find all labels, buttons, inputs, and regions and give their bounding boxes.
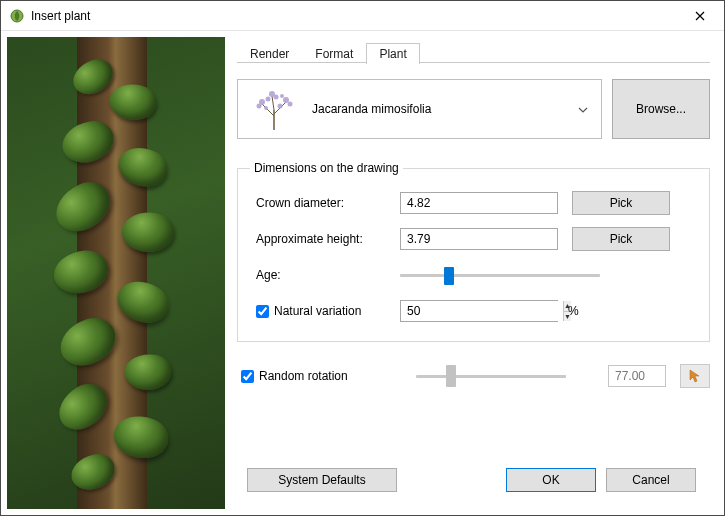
natural-variation-label: Natural variation	[274, 304, 361, 318]
pick-crown-button[interactable]: Pick	[572, 191, 670, 215]
tab-strip: Render Format Plant	[237, 39, 710, 63]
dialog-footer: System Defaults OK Cancel	[237, 455, 710, 505]
close-icon	[695, 11, 705, 21]
svg-point-12	[278, 104, 283, 109]
cancel-button[interactable]: Cancel	[606, 468, 696, 492]
rotation-value	[608, 365, 666, 387]
close-button[interactable]	[677, 2, 722, 30]
tab-plant[interactable]: Plant	[366, 43, 419, 64]
dimensions-group: Dimensions on the drawing Crown diameter…	[237, 161, 710, 342]
svg-point-13	[264, 106, 268, 110]
cursor-icon	[687, 368, 703, 384]
rotation-reset-button[interactable]	[680, 364, 710, 388]
plant-name: Jacaranda mimosifolia	[312, 102, 563, 116]
crown-diameter-input[interactable]	[400, 192, 558, 214]
preview-image	[7, 37, 225, 509]
tab-render[interactable]: Render	[237, 43, 302, 64]
right-pane: Render Format Plant	[231, 31, 724, 515]
window-title: Insert plant	[31, 9, 90, 23]
percent-label: %	[568, 304, 579, 318]
crown-diameter-label: Crown diameter:	[250, 196, 400, 210]
titlebar: Insert plant	[1, 1, 724, 31]
age-label: Age:	[250, 268, 400, 282]
natural-variation-input[interactable]	[401, 301, 563, 321]
svg-point-14	[280, 94, 284, 98]
approx-height-label: Approximate height:	[250, 232, 400, 246]
svg-line-4	[272, 96, 274, 110]
plant-select[interactable]: Jacaranda mimosifolia	[237, 79, 602, 139]
system-defaults-button[interactable]: System Defaults	[247, 468, 397, 492]
svg-point-6	[257, 104, 262, 109]
natural-variation-checkbox[interactable]	[256, 305, 269, 318]
svg-point-10	[274, 95, 279, 100]
random-rotation-check[interactable]: Random rotation	[241, 369, 348, 383]
natural-variation-check[interactable]: Natural variation	[250, 304, 400, 318]
svg-point-7	[283, 97, 289, 103]
tab-format[interactable]: Format	[302, 43, 366, 64]
tab-content-plant: Jacaranda mimosifolia Browse... Dimensio…	[237, 63, 710, 455]
dimensions-legend: Dimensions on the drawing	[250, 161, 403, 175]
dialog-window: Insert plant	[0, 0, 725, 516]
chevron-down-icon	[573, 102, 593, 116]
age-slider[interactable]	[400, 265, 600, 285]
ok-button[interactable]: OK	[506, 468, 596, 492]
rotation-slider[interactable]	[416, 366, 566, 386]
svg-point-11	[266, 97, 271, 102]
app-icon	[9, 8, 25, 24]
natural-variation-spinner[interactable]: ▲ ▼	[400, 300, 558, 322]
browse-button[interactable]: Browse...	[612, 79, 710, 139]
random-rotation-checkbox[interactable]	[241, 370, 254, 383]
random-rotation-label: Random rotation	[259, 369, 348, 383]
pick-height-button[interactable]: Pick	[572, 227, 670, 251]
svg-line-2	[262, 104, 274, 116]
plant-thumbnail	[246, 87, 302, 131]
svg-point-8	[288, 102, 293, 107]
approx-height-input[interactable]	[400, 228, 558, 250]
